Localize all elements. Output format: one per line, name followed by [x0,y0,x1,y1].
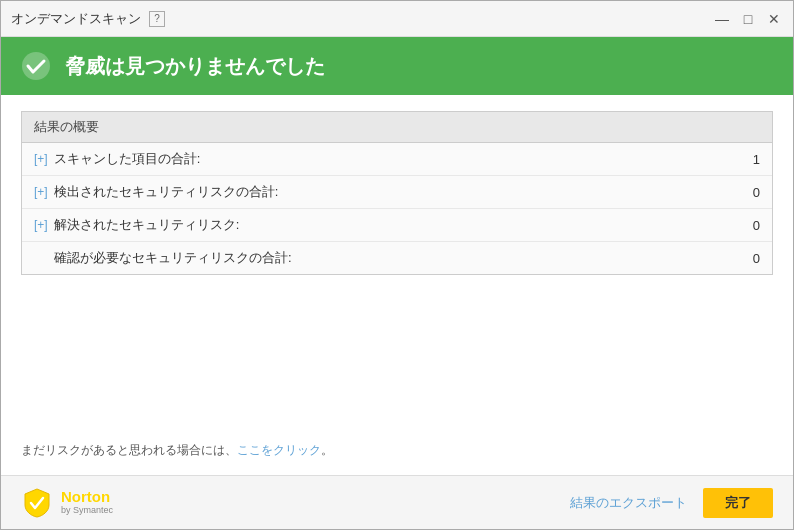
content-area: 結果の概要 [+] スキャンした項目の合計: 1 [+] 検出されたセキュリティ… [1,95,793,475]
table-row: [+] 解決されたセキュリティリスク: 0 [22,209,772,242]
row-value-1: 1 [740,152,760,167]
table-row: 確認が必要なセキュリティリスクの合計: 0 [22,242,772,274]
row-label-2: 検出されたセキュリティリスクの合計: [54,183,740,201]
status-banner: 脅威は見つかりませんでした [1,37,793,95]
title-bar-controls: — □ ✕ [713,10,783,28]
results-section-title: 結果の概要 [22,112,772,143]
help-button[interactable]: ? [149,11,165,27]
export-link[interactable]: 結果のエクスポート [570,494,687,512]
expand-icon-1[interactable]: [+] [34,152,48,166]
done-button[interactable]: 完了 [703,488,773,518]
norton-shield-icon [21,487,53,519]
row-value-3: 0 [740,218,760,233]
title-bar-left: オンデマンドスキャン ? [11,10,165,28]
footer-right: 結果のエクスポート 完了 [570,488,773,518]
row-label-1: スキャンした項目の合計: [54,150,740,168]
close-button[interactable]: ✕ [765,10,783,28]
norton-name: Norton [61,489,113,506]
expand-icon-2[interactable]: [+] [34,185,48,199]
title-bar: オンデマンドスキャン ? — □ ✕ [1,1,793,37]
maximize-button[interactable]: □ [739,10,757,28]
expand-icon-3[interactable]: [+] [34,218,48,232]
norton-logo: Norton by Symantec [21,487,113,519]
table-row: [+] スキャンした項目の合計: 1 [22,143,772,176]
row-value-4: 0 [740,251,760,266]
row-label-3: 解決されたセキュリティリスク: [54,216,740,234]
row-value-2: 0 [740,185,760,200]
results-panel: 結果の概要 [+] スキャンした項目の合計: 1 [+] 検出されたセキュリティ… [21,111,773,275]
svg-point-0 [22,52,50,80]
status-message: 脅威は見つかりませんでした [65,53,325,80]
table-row: [+] 検出されたセキュリティリスクの合計: 0 [22,176,772,209]
bottom-note: まだリスクがあると思われる場合には、ここをクリック。 [21,442,773,459]
minimize-button[interactable]: — [713,10,731,28]
norton-sub: by Symantec [61,505,113,516]
row-label-4: 確認が必要なセキュリティリスクの合計: [54,249,740,267]
footer: Norton by Symantec 結果のエクスポート 完了 [1,475,793,529]
window-title: オンデマンドスキャン [11,10,141,28]
bottom-note-suffix: 。 [321,443,333,457]
main-window: オンデマンドスキャン ? — □ ✕ 脅威は見つかりませんでした 結果の概要 [… [0,0,794,530]
results-table: [+] スキャンした項目の合計: 1 [+] 検出されたセキュリティリスクの合計… [22,143,772,274]
click-here-link[interactable]: ここをクリック [237,443,321,457]
check-icon [21,51,51,81]
norton-brand: Norton by Symantec [61,489,113,516]
bottom-note-prefix: まだリスクがあると思われる場合には、 [21,443,237,457]
